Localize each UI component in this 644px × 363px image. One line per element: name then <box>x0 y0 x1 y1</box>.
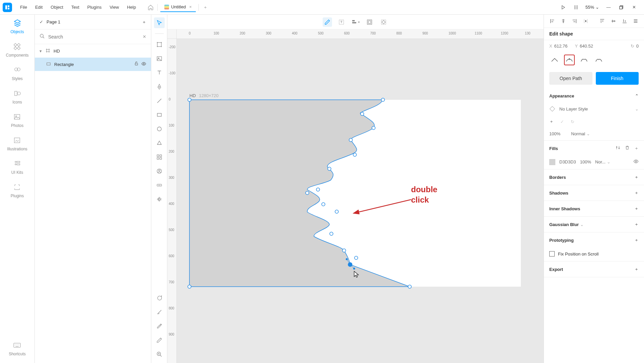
window-close-icon[interactable]: ✕ <box>631 4 637 11</box>
comment-tool[interactable] <box>154 293 165 303</box>
home-tab-icon[interactable] <box>147 3 155 11</box>
node-type-disconnected[interactable] <box>579 55 589 65</box>
menu-object[interactable]: Object <box>47 3 67 12</box>
clear-search-icon[interactable]: ✕ <box>143 34 146 39</box>
fill-settings-icon[interactable] <box>616 145 620 151</box>
add-style-icon[interactable]: ＋ <box>549 119 554 125</box>
add-shadow-icon[interactable]: ＋ <box>634 190 639 196</box>
close-tab-icon[interactable]: × <box>189 4 192 9</box>
node-type-mirrored[interactable] <box>564 55 575 65</box>
layer-frame[interactable]: ▾ HD <box>35 44 151 58</box>
more-align-icon[interactable] <box>633 18 639 24</box>
eyedropper-tool[interactable] <box>154 321 165 332</box>
opacity-value[interactable]: 100% <box>549 131 560 136</box>
menu-plugins[interactable]: Plugins <box>83 3 106 12</box>
diamond-tool[interactable] <box>154 194 165 205</box>
open-path-button[interactable]: Open Path <box>549 72 592 85</box>
shadows-header[interactable]: Shadows ＋ <box>544 185 644 201</box>
fill-swatch[interactable] <box>549 159 555 165</box>
shape-path[interactable] <box>189 100 410 287</box>
sidebar-objects[interactable]: Objects <box>10 19 24 34</box>
add-fill-icon[interactable]: ＋ <box>634 145 639 151</box>
sidebar-photos[interactable]: Photos <box>11 113 23 128</box>
fill-visibility-icon[interactable] <box>633 159 639 165</box>
x-value[interactable]: 612.76 <box>554 44 568 49</box>
fill-hex[interactable]: D3D3D3 <box>559 159 576 164</box>
window-minimize-icon[interactable]: — <box>605 4 612 11</box>
delete-fill-icon[interactable] <box>625 145 630 151</box>
ruler-vertical[interactable]: -200 -100 0 100 200 300 400 500 600 700 … <box>167 39 177 363</box>
menu-edit[interactable]: Edit <box>31 3 47 12</box>
selected-node[interactable] <box>348 263 352 267</box>
align-center-v-icon[interactable] <box>611 18 616 24</box>
search-input[interactable] <box>48 34 139 40</box>
artboard-label[interactable]: HD 1280×720 <box>189 93 219 98</box>
align-right-icon[interactable] <box>572 18 577 24</box>
grid-apps-icon[interactable] <box>573 4 579 11</box>
pages-header[interactable]: ✓ Page 1 ＋ <box>35 15 151 29</box>
fix-position-row[interactable]: Fix Position on Scroll <box>544 248 644 261</box>
fill-blend-select[interactable]: Nor... ⌄ <box>595 159 611 164</box>
prototyping-header[interactable]: Prototyping ＋ <box>544 232 644 248</box>
fill-item[interactable]: D3D3D3 100% Nor... ⌄ <box>544 156 644 169</box>
select-tool[interactable] <box>154 17 165 28</box>
document-tab[interactable]: Untitled × <box>160 2 196 12</box>
artboard-tool[interactable] <box>154 39 165 50</box>
app-logo-icon[interactable] <box>3 3 12 12</box>
rectangle-tool[interactable] <box>154 110 165 120</box>
sidebar-plugins[interactable]: Plugins <box>11 183 24 198</box>
menu-text[interactable]: Text <box>67 3 83 12</box>
blend-mode-select[interactable]: Normal ⌄ <box>571 131 590 136</box>
add-export-icon[interactable]: ＋ <box>634 266 639 272</box>
rotation-value[interactable]: 0 <box>636 44 639 49</box>
image-tool[interactable] <box>154 53 165 64</box>
edit-path-button[interactable] <box>323 17 332 27</box>
menu-view[interactable]: View <box>105 3 123 12</box>
create-component-button[interactable] <box>379 17 388 27</box>
sidebar-icons[interactable]: Icons <box>12 89 22 104</box>
inner-shadows-header[interactable]: Inner Shadows ＋ <box>544 201 644 216</box>
menu-file[interactable]: File <box>16 3 31 12</box>
sidebar-styles[interactable]: Styles <box>12 66 23 81</box>
sidebar-components[interactable]: Components <box>6 42 28 58</box>
add-page-icon[interactable]: ＋ <box>142 19 146 25</box>
align-bottom-icon[interactable] <box>622 18 627 24</box>
add-inner-shadow-icon[interactable]: ＋ <box>634 206 639 212</box>
unlock-icon[interactable] <box>134 61 139 67</box>
sidebar-illustrations[interactable]: Illustrations <box>7 136 27 151</box>
play-preview-icon[interactable] <box>560 4 567 11</box>
sidebar-shortcuts[interactable]: Shortcuts <box>9 341 26 356</box>
zoom-tool[interactable] <box>154 349 165 360</box>
fill-opacity[interactable]: 100% <box>580 159 591 164</box>
sidebar-uikits[interactable]: UI Kits <box>11 159 23 175</box>
slice-tool[interactable] <box>154 307 165 317</box>
line-tool[interactable] <box>154 95 165 106</box>
add-blur-icon[interactable]: ＋ <box>634 221 639 227</box>
avatar-tool[interactable] <box>154 166 165 176</box>
borders-header[interactable]: Borders ＋ <box>544 169 644 185</box>
polygon-tool[interactable] <box>154 138 165 148</box>
component-tool[interactable] <box>154 152 165 162</box>
appearance-header[interactable]: Appearance ⌃ <box>544 89 644 103</box>
group-selection-button[interactable] <box>365 17 374 27</box>
ruler-horizontal[interactable]: 0 100 200 300 400 500 600 700 800 900 10… <box>177 29 544 39</box>
window-maximize-icon[interactable] <box>618 4 625 11</box>
align-dropdown[interactable]: ▾ <box>351 17 360 27</box>
ellipse-tool[interactable] <box>154 124 165 134</box>
pencil-tool[interactable] <box>154 335 165 346</box>
align-center-h-icon[interactable] <box>560 18 566 24</box>
visibility-icon[interactable] <box>141 61 146 67</box>
transform-text-button[interactable] <box>337 17 346 27</box>
export-header[interactable]: Export ＋ <box>544 262 644 277</box>
node-type-straight[interactable] <box>549 55 560 65</box>
zoom-level[interactable]: 55% ⌄ <box>585 5 599 10</box>
add-border-icon[interactable]: ＋ <box>634 174 639 180</box>
edited-shape[interactable] <box>189 100 521 287</box>
text-tool[interactable] <box>154 67 165 78</box>
button-tool[interactable] <box>154 180 165 191</box>
layer-style-row[interactable]: No Layer Style ⌄ <box>544 103 644 116</box>
layer-rectangle[interactable]: Rectangle <box>35 58 151 71</box>
new-tab-button[interactable]: ＋ <box>202 3 210 11</box>
caret-down-icon[interactable]: ▾ <box>39 49 43 54</box>
reset-style-icon[interactable]: ↻ <box>571 119 574 124</box>
